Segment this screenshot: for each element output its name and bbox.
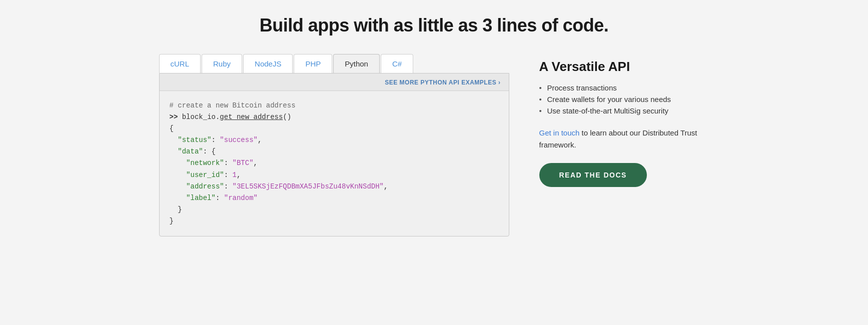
code-block: # create a new Bitcoin address >> block_… [160,91,509,236]
code-val-address: "3EL5SKSjEzFQDBmXA5JFbsZu48vKnNSdDH" [233,182,384,190]
tab-ruby[interactable]: Ruby [202,54,242,73]
get-in-touch-link[interactable]: Get in touch [539,128,580,137]
code-key-address: "address" [186,182,224,190]
code-header: SEE MORE PYTHON API EXAMPLES [160,74,509,91]
api-panel: A Versatile API Process transactions Cre… [539,54,709,187]
code-open-brace: { [170,124,174,132]
read-docs-button[interactable]: READ THE DOCS [539,163,647,187]
api-features-list: Process transactions Create wallets for … [539,84,709,115]
tab-bar: cURL Ruby NodeJS PHP Python C# [159,54,509,73]
code-key-userid: "user_id" [186,171,224,179]
tab-php[interactable]: PHP [294,54,332,73]
api-description: Get in touch to learn about our Distribu… [539,127,709,151]
code-container: SEE MORE PYTHON API EXAMPLES # create a … [159,73,509,236]
api-feature-1: Process transactions [539,84,709,92]
page-title: Build apps with as little as 3 lines of … [260,15,609,36]
code-val-userid: 1 [233,171,237,179]
code-comment: # create a new Bitcoin address [170,102,296,110]
api-feature-3: Use state-of-the-art MultiSig security [539,106,709,115]
code-val-network: "BTC" [233,159,254,167]
api-feature-2: Create wallets for your various needs [539,95,709,104]
main-content: cURL Ruby NodeJS PHP Python C# SEE MORE … [159,54,709,236]
tab-nodejs[interactable]: NodeJS [243,54,293,73]
code-key-label: "label" [186,194,216,202]
tab-curl[interactable]: cURL [159,54,201,73]
code-function-call: block_io.get_new_address() [182,113,291,121]
code-panel: cURL Ruby NodeJS PHP Python C# SEE MORE … [159,54,509,236]
see-more-link[interactable]: SEE MORE PYTHON API EXAMPLES [385,79,500,86]
code-key-data: "data" [178,148,203,156]
code-val-status: "success" [220,136,258,144]
code-key-status: "status" [178,136,211,144]
tab-python[interactable]: Python [333,54,380,73]
code-val-label: "random" [224,194,258,202]
api-panel-title: A Versatile API [539,59,709,74]
tab-csharp[interactable]: C# [381,54,413,73]
code-key-network: "network" [186,159,224,167]
code-prompt: >> [170,113,178,121]
